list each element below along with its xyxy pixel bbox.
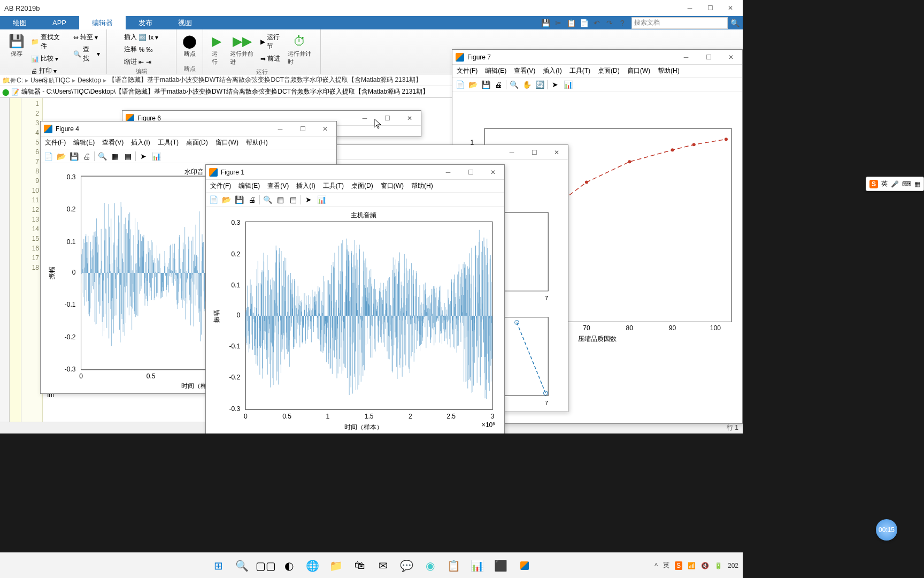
tray-lang[interactable]: 英 xyxy=(663,561,669,570)
figure-window-1[interactable]: Figure 1 ─☐✕ 文件(F)编辑(E)查看(V)插入(I)工具(T)桌面… xyxy=(205,164,505,434)
menu-view[interactable]: 查看(V) xyxy=(514,66,535,75)
minimize-button[interactable]: ─ xyxy=(682,3,698,13)
undo-icon[interactable]: ↶ xyxy=(591,17,603,29)
comment-button[interactable]: 注释 % ‰ xyxy=(122,44,160,55)
menu-desktop[interactable]: 桌面(D) xyxy=(351,181,373,191)
pan-icon[interactable]: ✋ xyxy=(521,79,532,90)
tab-editor[interactable]: 编辑器 xyxy=(79,16,126,29)
goto-button[interactable]: ⇔ 转至 ▾ xyxy=(71,32,102,43)
path-seg[interactable]: Users xyxy=(29,77,48,84)
start-button[interactable]: ⊞ xyxy=(209,556,228,575)
fig4-close[interactable]: ✕ xyxy=(317,124,333,134)
fig1-min[interactable]: ─ xyxy=(440,167,456,178)
fig7-close[interactable]: ✕ xyxy=(723,52,739,63)
menu-window[interactable]: 窗口(W) xyxy=(381,181,404,191)
run-button[interactable]: ▶运行 xyxy=(207,32,226,68)
search-icon[interactable]: 🔍 xyxy=(729,17,741,29)
find-files-button[interactable]: 📁 查找文件 xyxy=(29,32,68,52)
new-icon[interactable]: 📄 xyxy=(208,194,219,205)
zoom-icon[interactable]: 🔍 xyxy=(97,151,107,162)
workspace-sidebar[interactable] xyxy=(10,98,21,434)
menu-tools[interactable]: 工具(T) xyxy=(569,66,590,75)
figure1-titlebar[interactable]: Figure 1 ─☐✕ xyxy=(206,165,504,180)
left-sidebar[interactable] xyxy=(0,98,10,434)
fig1-close[interactable]: ✕ xyxy=(485,167,501,178)
path-seg[interactable]: 【语音隐藏】基于matlab小波变换DWT结合离散余弦变换DCT音频数字水印嵌入… xyxy=(107,75,423,85)
ime-more-icon[interactable]: ▦ xyxy=(914,180,920,188)
fig3-close[interactable]: ✕ xyxy=(549,147,565,158)
zoom-icon[interactable]: 🔍 xyxy=(262,194,273,205)
open-icon[interactable]: 📂 xyxy=(56,151,66,162)
fig4-max[interactable]: ☐ xyxy=(295,124,311,134)
ime-lang[interactable]: 英 xyxy=(881,179,888,188)
edge-icon[interactable]: 🌐 xyxy=(303,556,322,575)
menu-desktop[interactable]: 桌面(D) xyxy=(598,66,620,75)
wechat-icon[interactable]: 💬 xyxy=(397,556,417,575)
menu-insert[interactable]: 插入(I) xyxy=(131,138,150,147)
find-button[interactable]: 🔍 查找 ▾ xyxy=(71,44,102,64)
path-seg[interactable]: Desktop xyxy=(76,77,102,84)
layout2-icon[interactable]: ▤ xyxy=(122,151,133,162)
redo-icon[interactable]: ↷ xyxy=(604,17,615,29)
fig6-close[interactable]: ✕ xyxy=(402,113,418,124)
fig3-max[interactable]: ☐ xyxy=(526,147,542,158)
doc-search-input[interactable]: 搜索文档 xyxy=(632,17,728,29)
copy-icon[interactable]: 📋 xyxy=(565,17,577,29)
pointer-icon[interactable]: ➤ xyxy=(138,151,149,162)
tray-battery-icon[interactable]: 🔋 xyxy=(714,562,722,569)
print-icon[interactable]: 🖨 xyxy=(247,194,257,205)
compare-button[interactable]: 📊 比较 ▾ xyxy=(29,53,68,64)
tray-wifi-icon[interactable]: 📶 xyxy=(688,562,696,569)
fig6-min[interactable]: ─ xyxy=(357,113,373,124)
ime-toolbar[interactable]: S 英 🎤 ⌨ ▦ xyxy=(866,177,924,191)
ime-keyboard-icon[interactable]: ⌨ xyxy=(902,180,911,188)
tray-volume-icon[interactable]: 🔇 xyxy=(701,562,709,569)
menu-help[interactable]: 帮助(H) xyxy=(246,138,268,147)
menu-edit[interactable]: 编辑(E) xyxy=(73,138,95,147)
menu-edit[interactable]: 编辑(E) xyxy=(238,181,260,191)
menu-file[interactable]: 文件(F) xyxy=(457,66,478,75)
insert-button[interactable]: 插入 🔤 fx ▾ xyxy=(122,32,160,43)
menu-tools[interactable]: 工具(T) xyxy=(323,181,344,191)
taskview-button[interactable]: ▢▢ xyxy=(256,556,275,575)
open-icon[interactable]: 📂 xyxy=(467,79,478,90)
menu-window[interactable]: 窗口(W) xyxy=(215,138,238,147)
close-button[interactable]: ✕ xyxy=(722,3,738,13)
tab-view[interactable]: 视图 xyxy=(165,16,205,29)
fig4-min[interactable]: ─ xyxy=(272,124,288,134)
run-time-button[interactable]: ⏱运行并计时 xyxy=(283,32,316,68)
mail-icon[interactable]: ✉ xyxy=(374,556,393,575)
print-icon[interactable]: 🖨 xyxy=(493,79,504,90)
datatip-icon[interactable]: 📊 xyxy=(563,79,573,90)
widgets-button[interactable]: ◐ xyxy=(280,556,299,575)
save-icon[interactable]: 💾 xyxy=(540,17,551,29)
menu-edit[interactable]: 编辑(E) xyxy=(485,66,506,75)
rotate-icon[interactable]: 🔄 xyxy=(534,79,545,90)
tab-app[interactable]: APP xyxy=(40,16,79,29)
matlab-taskbar-icon[interactable] xyxy=(515,556,534,575)
save-icon[interactable]: 💾 xyxy=(234,194,244,205)
fig1-max[interactable]: ☐ xyxy=(463,167,479,178)
indent-button[interactable]: 缩进 ⇤ ⇥ xyxy=(122,56,160,67)
breakpoints-button[interactable]: ⬤断点 xyxy=(178,32,201,60)
layout-icon[interactable]: ▦ xyxy=(275,194,286,205)
cut-icon[interactable]: ✂ xyxy=(552,17,564,29)
recording-timer[interactable]: 00:15 xyxy=(876,519,897,541)
browser-icon[interactable]: ◉ xyxy=(421,556,440,575)
save-button[interactable]: 💾保存 xyxy=(4,32,29,77)
menu-help[interactable]: 帮助(H) xyxy=(658,66,680,75)
fig7-max[interactable]: ☐ xyxy=(700,52,717,63)
pointer-icon[interactable]: ➤ xyxy=(303,194,314,205)
figure4-titlebar[interactable]: Figure 4 ─☐✕ xyxy=(41,121,336,136)
fig6-max[interactable]: ☐ xyxy=(379,113,395,124)
menu-view[interactable]: 查看(V) xyxy=(267,181,289,191)
menu-window[interactable]: 窗口(W) xyxy=(627,66,650,75)
save-icon[interactable]: 💾 xyxy=(68,151,79,162)
ime-mic-icon[interactable]: 🎤 xyxy=(891,180,899,188)
figure7-titlebar[interactable]: Figure 7 ─☐✕ xyxy=(452,50,742,65)
store-icon[interactable]: 🛍 xyxy=(350,556,369,575)
layout-icon[interactable]: ▦ xyxy=(110,151,120,162)
system-tray[interactable]: ^ 英 S 📶 🔇 🔋 202 xyxy=(654,561,738,570)
datatip-icon[interactable]: 📊 xyxy=(151,151,161,162)
tab-plot[interactable]: 绘图 xyxy=(0,16,40,29)
